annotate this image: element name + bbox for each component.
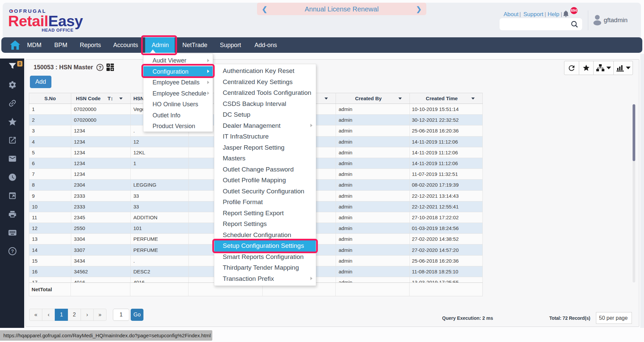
- svg-text:?: ?: [11, 249, 14, 254]
